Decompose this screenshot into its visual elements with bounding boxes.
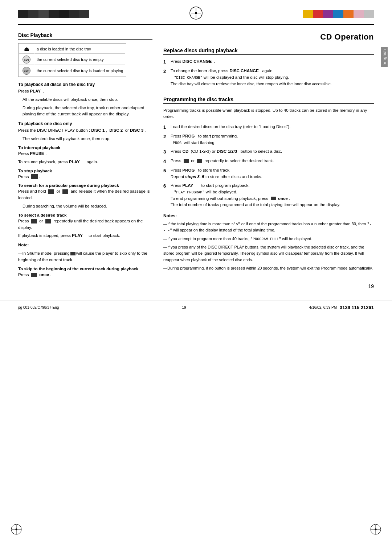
- svg-point-7: [16, 529, 17, 530]
- step-num-1: 1: [163, 58, 168, 66]
- replace-step-1: 1 Press DISC CHANGE .: [163, 58, 374, 66]
- disc-icon-cd1: CD1: [19, 54, 34, 65]
- prog-step-num-1: 1: [163, 124, 168, 131]
- search-note: During searching, the volume will be red…: [23, 203, 152, 210]
- disc-icon-desc-2: the current selected disc tray is empty: [34, 54, 125, 65]
- section-divider: [163, 92, 374, 92]
- disc-icon-row-3: CDP the current selected disc tray is lo…: [19, 66, 125, 76]
- language-label: English: [381, 47, 388, 67]
- select-title: To select a desired track: [18, 213, 152, 217]
- footer-date: 4/16/02, 6:39 PM: [309, 305, 337, 309]
- top-bar-area: [0, 0, 392, 24]
- playback-one-body: The selected disc will playback once, th…: [23, 136, 152, 142]
- prog-step-num-3: 3: [163, 148, 168, 156]
- prog-step-5-text: Press PROG to store the track. Repeat st…: [171, 167, 262, 180]
- note-label: Note:: [18, 242, 152, 249]
- compass-icon: [189, 7, 203, 21]
- color-blocks-left: [18, 10, 89, 18]
- color-block-pink: [354, 10, 364, 18]
- prog-step-4: 4 Press or repeatedly to select the desi…: [163, 158, 374, 165]
- step-2-text: To change the inner disc, press DISC CHA…: [171, 68, 332, 87]
- footer-page-num: 19: [182, 305, 186, 309]
- color-block: [49, 10, 59, 18]
- disc-icon-cop: CDP: [19, 66, 34, 76]
- color-block: [59, 10, 69, 18]
- programming-steps-list: 1 Load the desired discs on the disc tra…: [163, 124, 374, 208]
- interrupt-title: To interrupt playback: [18, 145, 152, 150]
- right-column: CD Operation Replace discs during playba…: [163, 32, 374, 280]
- notes-section: Notes: —If the total playing time is mor…: [163, 213, 374, 271]
- select-text2: If playback is stopped, press PLAY to st…: [18, 233, 152, 239]
- search-text: Press and hold or and release it when th…: [18, 188, 152, 201]
- disc-icons-table: ⏏ a disc is loaded in the disc tray CD1 …: [18, 43, 126, 77]
- color-block-red: [313, 10, 323, 18]
- prog-step-3-text: Press CD (CD 1•2•3) or DISC 1/2/3 button…: [171, 148, 282, 156]
- color-block-gray: [364, 10, 374, 18]
- disc-icon-eject: ⏏: [19, 44, 34, 54]
- disc-icon-desc-1: a disc is loaded in the disc tray: [34, 44, 125, 54]
- bottom-compass-icon: [11, 524, 22, 536]
- prog-step-num-4: 4: [163, 158, 168, 165]
- color-block-blue: [333, 10, 343, 18]
- interrupt-resume: To resume playback, press PLAY again.: [18, 159, 152, 165]
- programming-intro: Programming tracks is possible when play…: [163, 107, 374, 120]
- bottom-compass-icon-right: [370, 524, 381, 536]
- prog-step-4-text: Press or repeatedly to select the desire…: [171, 158, 274, 165]
- prog-step-6: 6 Press PLAY to start program playback. …: [163, 182, 374, 208]
- interrupt-text: Press PAUSE .: [18, 151, 152, 157]
- page-title: CD Operation: [163, 32, 374, 42]
- notes-title: Notes:: [163, 213, 374, 219]
- color-blocks-right: [303, 10, 374, 18]
- footer-catalog-num: 3139 115 21261: [340, 305, 374, 310]
- disc-icon-row-2: CD1 the current selected disc tray is em…: [19, 54, 125, 65]
- color-block: [38, 10, 49, 18]
- disc-icon-row: ⏏ a disc is loaded in the disc tray: [19, 44, 125, 54]
- prog-step-num-6: 6: [163, 182, 168, 208]
- svg-point-3: [195, 12, 197, 14]
- color-block-purple: [323, 10, 333, 18]
- prog-step-num-2: 2: [163, 133, 168, 146]
- playback-all-text: Press PLAY .: [18, 88, 152, 95]
- stop-title: To stop playback: [18, 169, 152, 173]
- programming-header: Programming the disc tracks: [163, 97, 374, 104]
- prog-step-5: 5 Press PROG to store the track. Repeat …: [163, 167, 374, 180]
- color-block: [18, 10, 28, 18]
- prog-step-2: 2 Press PROG to start programming. PROG …: [163, 133, 374, 146]
- step-num-2: 2: [163, 68, 168, 87]
- replace-discs-list: 1 Press DISC CHANGE . 2 To change the in…: [163, 58, 374, 87]
- color-block: [28, 10, 38, 18]
- note-item-3: —If you press any of the DISC DIRECT PLA…: [163, 244, 374, 263]
- prog-step-num-5: 5: [163, 167, 168, 180]
- color-block: [79, 10, 89, 18]
- note-item-1: —If the total playing time is more than …: [163, 221, 374, 234]
- step-1-text: Press DISC CHANGE .: [171, 58, 215, 66]
- color-block: [69, 10, 79, 18]
- prog-step-1: 1 Load the desired discs on the disc tra…: [163, 124, 374, 131]
- color-block-yellow: [303, 10, 313, 18]
- prog-step-3: 3 Press CD (CD 1•2•3) or DISC 1/2/3 butt…: [163, 148, 374, 156]
- skip-text: Press once .: [18, 272, 152, 278]
- main-content: Disc Playback ⏏ a disc is loaded in the …: [0, 25, 392, 280]
- playback-all-body2: During playback, the selected disc tray,…: [23, 105, 152, 118]
- replace-step-2: 2 To change the inner disc, press DISC C…: [163, 68, 374, 87]
- stop-text: Press .: [18, 174, 152, 180]
- search-title: To search for a particular passage durin…: [18, 183, 152, 188]
- prog-step-2-text: Press PROG to start programming. PROG wi…: [171, 133, 238, 146]
- note-shuffle: —In Shuffle mode, pressingwill cause the…: [18, 250, 152, 263]
- left-column: Disc Playback ⏏ a disc is loaded in the …: [18, 32, 152, 280]
- page-number-inline: 19: [0, 283, 392, 289]
- replace-discs-header: Replace discs during playback: [163, 48, 374, 55]
- playback-one-text: Press the DISC DIRECT PLAY button : DISC…: [18, 127, 152, 134]
- color-block-orange: [343, 10, 354, 18]
- playback-all-body: All the available discs will playback on…: [23, 97, 152, 103]
- skip-title: To skip to the beginning of the current …: [18, 267, 152, 271]
- note-item-2: —If you attempt to program more than 40 …: [163, 236, 374, 242]
- footer: pg 001-032/C798/37-Eng 19 4/16/02, 6:39 …: [0, 300, 392, 315]
- playback-all-title: To playback all discs on the disc tray: [18, 82, 152, 87]
- prog-step-6-text: Press PLAY to start program playback. "P…: [171, 182, 340, 208]
- footer-doc-num: pg 001-032/C798/37-Eng: [18, 305, 59, 309]
- note-item-4: —During programming, if no button is pre…: [163, 265, 374, 271]
- playback-one-title: To playback one disc only: [18, 121, 152, 126]
- disc-playback-header: Disc Playback: [18, 32, 152, 40]
- prog-step-1-text: Load the desired discs on the disc tray …: [171, 124, 290, 131]
